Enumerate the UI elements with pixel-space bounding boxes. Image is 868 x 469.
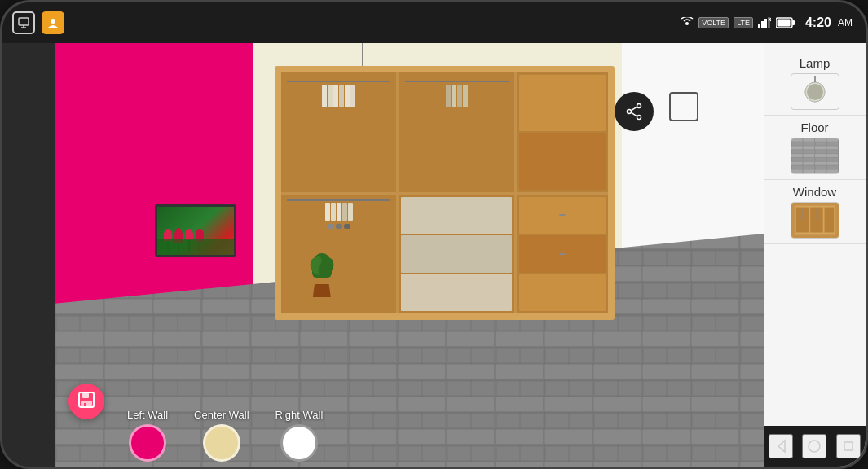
svg-rect-5 xyxy=(758,24,760,28)
share-icon xyxy=(625,103,643,121)
app-icon xyxy=(42,11,64,34)
left-wall-control[interactable]: Left Wall xyxy=(114,405,181,465)
svg-point-50 xyxy=(809,441,820,452)
right-wall-control[interactable]: Right Wall xyxy=(262,405,337,465)
nav-bar xyxy=(764,426,866,467)
floor-thumbnail xyxy=(791,138,839,174)
phone-left-edge xyxy=(2,43,55,467)
notification-icon xyxy=(12,11,35,34)
lamp-thumbnail xyxy=(791,73,839,110)
svg-line-32 xyxy=(631,112,637,116)
center-wall-label: Center Wall xyxy=(194,409,249,421)
volte-badge: VOLTE xyxy=(698,17,729,28)
center-wall-swatch[interactable] xyxy=(203,424,240,462)
svg-rect-12 xyxy=(792,20,795,25)
room-scene-container: Left Wall Center Wall Right Wall xyxy=(55,43,764,467)
window-panel-item[interactable]: Window xyxy=(764,180,866,244)
back-icon xyxy=(773,439,788,454)
svg-point-28 xyxy=(637,104,641,108)
home-icon xyxy=(807,439,822,454)
svg-rect-41 xyxy=(791,138,839,174)
wifi-icon xyxy=(681,17,694,28)
lamp-panel-item[interactable]: Lamp xyxy=(764,51,866,116)
room-scene: Left Wall Center Wall Right Wall xyxy=(55,43,764,467)
window-thumbnail xyxy=(791,202,839,239)
svg-rect-51 xyxy=(844,442,853,450)
clock-time: 4:20 xyxy=(805,15,831,30)
phone-frame: VOLTE LTE 4:20 AM xyxy=(0,0,868,469)
svg-rect-25 xyxy=(82,392,89,398)
svg-rect-13 xyxy=(777,20,790,27)
left-wall-swatch[interactable] xyxy=(129,424,166,462)
svg-rect-6 xyxy=(761,21,764,28)
square-mode-button[interactable] xyxy=(669,92,698,121)
svg-point-29 xyxy=(637,116,641,120)
lamp-label: Lamp xyxy=(800,56,831,70)
clock-ampm: AM xyxy=(838,17,853,28)
recents-icon xyxy=(843,441,854,452)
svg-line-31 xyxy=(631,107,637,111)
svg-point-4 xyxy=(685,22,689,25)
svg-point-3 xyxy=(51,19,55,24)
lte-badge: LTE xyxy=(734,17,753,28)
floor-label: Floor xyxy=(800,121,828,134)
svg-rect-7 xyxy=(764,19,767,28)
left-wall-label: Left Wall xyxy=(127,409,168,421)
wall-controls: Left Wall Center Wall Right Wall xyxy=(55,405,764,467)
status-left xyxy=(12,11,64,34)
svg-rect-46 xyxy=(824,208,834,233)
right-wall-label: Right Wall xyxy=(275,409,324,421)
plant xyxy=(311,253,333,297)
share-button[interactable] xyxy=(615,92,654,131)
back-button[interactable] xyxy=(769,434,793,458)
window-label: Window xyxy=(793,185,836,199)
status-bar: VOLTE LTE 4:20 AM xyxy=(2,2,866,43)
recents-button[interactable] xyxy=(836,434,861,458)
svg-point-30 xyxy=(628,110,632,114)
home-button[interactable] xyxy=(802,434,826,458)
right-panel: Lamp Floor xyxy=(764,43,866,467)
svg-point-36 xyxy=(805,82,825,102)
center-wall-control[interactable]: Center Wall xyxy=(181,405,262,465)
television xyxy=(155,204,236,257)
right-wall-swatch[interactable] xyxy=(280,424,318,462)
svg-marker-49 xyxy=(778,441,785,452)
signal-icon xyxy=(758,17,771,28)
status-right: VOLTE LTE 4:20 AM xyxy=(681,15,853,30)
svg-rect-0 xyxy=(19,18,29,25)
floor-panel-item[interactable]: Floor xyxy=(764,116,866,180)
battery-icon xyxy=(776,17,795,28)
